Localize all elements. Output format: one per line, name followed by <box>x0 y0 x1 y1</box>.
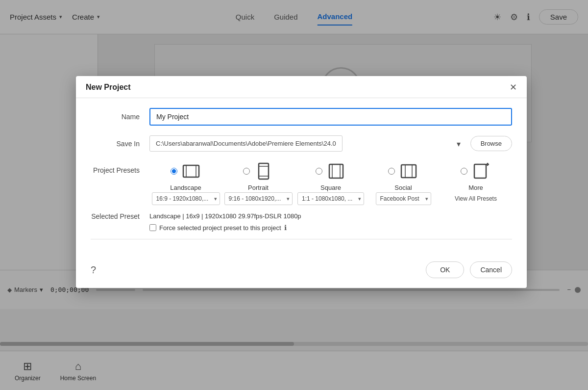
view-all-presets-link[interactable]: View All Presets <box>455 195 497 202</box>
portrait-icon <box>254 161 273 181</box>
social-name: Social <box>394 184 412 191</box>
force-info-icon[interactable]: ℹ <box>284 224 287 232</box>
preset-landscape: Landscape 16:9 - 1920x1080,... <box>149 161 222 205</box>
dialog-body: Name Save In C:\Users\abaranwal\Document… <box>76 98 527 257</box>
presets-grid: Landscape 16:9 - 1920x1080,... <box>149 161 512 205</box>
svg-rect-6 <box>329 164 343 178</box>
preset-social: Social Facebook Post <box>367 161 440 205</box>
name-label: Name <box>91 113 140 121</box>
selected-preset-label: Selected Preset <box>91 212 140 220</box>
svg-rect-3 <box>259 163 269 179</box>
selected-preset-row: Selected Preset Landscape | 16x9 | 1920x… <box>91 212 512 232</box>
preset-social-radio-row <box>388 161 418 181</box>
svg-rect-11 <box>474 164 486 178</box>
preset-more: More View All Presets <box>440 161 512 202</box>
selected-preset-text: Landscape | 16x9 | 1920x1080 29.97fps-DS… <box>149 212 512 220</box>
ok-button[interactable]: OK <box>426 261 464 278</box>
preset-portrait: Portrait 9:16 - 1080x1920,... <box>222 161 294 205</box>
landscape-icon <box>181 161 201 181</box>
social-dropdown-wrap: Facebook Post <box>376 192 431 205</box>
project-name-input[interactable] <box>149 108 512 126</box>
portrait-dropdown-wrap: 9:16 - 1080x1920,... <box>224 192 293 205</box>
preset-landscape-radio[interactable] <box>171 168 177 175</box>
dialog-separator <box>91 239 512 239</box>
square-icon <box>326 161 346 181</box>
presets-section: Project Presets Landscape <box>91 161 512 205</box>
svg-rect-9 <box>401 165 416 178</box>
svg-rect-0 <box>183 165 199 177</box>
landscape-name: Landscape <box>170 184 201 191</box>
presets-row: Project Presets Landscape <box>91 161 512 205</box>
social-dropdown[interactable]: Facebook Post <box>376 192 431 205</box>
svg-rect-10 <box>405 165 412 178</box>
landscape-dropdown-wrap: 16:9 - 1920x1080,... <box>152 192 220 205</box>
save-in-row: Save In C:\Users\abaranwal\Documents\Ado… <box>91 135 512 152</box>
save-in-label: Save In <box>91 140 140 148</box>
square-dropdown-wrap: 1:1 - 1080x1080, ... <box>297 192 364 205</box>
name-row: Name <box>91 108 512 126</box>
path-select-wrapper: C:\Users\abaranwal\Documents\Adobe\Premi… <box>149 135 466 152</box>
preset-social-radio[interactable] <box>388 168 395 175</box>
preset-more-radio[interactable] <box>461 168 467 175</box>
new-project-dialog: New Project ✕ Name Save In C:\Users\abar… <box>76 76 527 288</box>
preset-landscape-radio-row <box>171 161 201 181</box>
social-icon <box>399 161 418 181</box>
dialog-title: New Project <box>86 83 131 92</box>
preset-square: Square 1:1 - 1080x1080, ... <box>294 161 367 205</box>
portrait-dropdown[interactable]: 9:16 - 1080x1920,... <box>224 192 293 205</box>
more-icon <box>471 161 491 181</box>
more-name: More <box>468 184 483 191</box>
selected-preset-info: Landscape | 16x9 | 1920x1080 29.97fps-DS… <box>149 212 512 232</box>
browse-button[interactable]: Browse <box>470 136 512 151</box>
preset-square-radio-row <box>316 161 346 181</box>
force-preset-checkbox[interactable] <box>149 224 156 231</box>
landscape-dropdown[interactable]: 16:9 - 1920x1080,... <box>152 192 220 205</box>
cancel-button[interactable]: Cancel <box>470 261 512 278</box>
preset-portrait-radio[interactable] <box>243 168 250 175</box>
portrait-name: Portrait <box>248 184 269 191</box>
footer-actions: OK Cancel <box>426 261 512 278</box>
force-label: Force selected project preset to this pr… <box>159 224 281 232</box>
save-in-controls: C:\Users\abaranwal\Documents\Adobe\Premi… <box>149 135 512 152</box>
preset-portrait-radio-row <box>243 161 273 181</box>
help-button[interactable]: ? <box>91 264 96 276</box>
presets-label: Project Presets <box>91 161 140 174</box>
save-in-path-select[interactable]: C:\Users\abaranwal\Documents\Adobe\Premi… <box>149 135 343 152</box>
square-name: Square <box>320 184 341 191</box>
square-dropdown[interactable]: 1:1 - 1080x1080, ... <box>297 192 364 205</box>
close-dialog-button[interactable]: ✕ <box>510 83 517 92</box>
preset-square-radio[interactable] <box>316 168 322 175</box>
dialog-footer: ? OK Cancel <box>76 257 527 288</box>
preset-more-radio-row <box>461 161 491 181</box>
force-checkbox-row: Force selected project preset to this pr… <box>149 224 512 232</box>
dialog-title-bar: New Project ✕ <box>76 76 527 98</box>
